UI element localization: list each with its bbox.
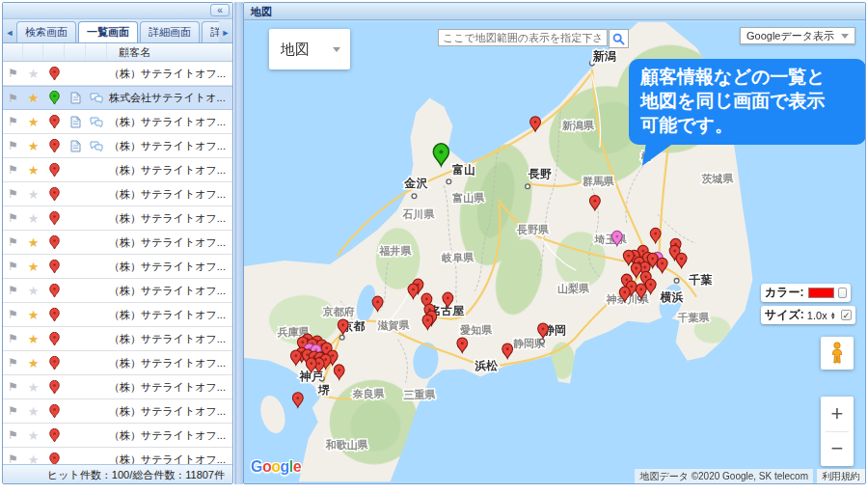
- google-data-dropdown[interactable]: Googleデータ表示: [740, 27, 855, 44]
- customer-row-1[interactable]: ⚑★ （株）サテライトオフ...: [3, 62, 232, 86]
- star-icon[interactable]: ★: [28, 356, 40, 370]
- map-search-input[interactable]: [438, 29, 608, 46]
- flag-icon[interactable]: ⚑: [8, 139, 18, 152]
- star-icon[interactable]: ★: [28, 453, 40, 464]
- star-icon[interactable]: ★: [28, 380, 40, 395]
- star-icon[interactable]: ★: [28, 235, 40, 250]
- callout-line: 地図を同じ画面で表示: [640, 89, 854, 113]
- customer-row-8[interactable]: ⚑★ （株）サテライトオフ...: [3, 231, 232, 255]
- star-icon[interactable]: ★: [28, 139, 40, 153]
- collapse-panel-button[interactable]: «: [210, 4, 230, 16]
- flag-icon[interactable]: ⚑: [8, 308, 18, 321]
- prefecture-label: 福井県: [379, 245, 413, 257]
- row-pin-icon: [49, 235, 60, 250]
- zoom-out-button[interactable]: −: [821, 432, 854, 467]
- customer-name: （株）サテライトオフ...: [107, 380, 226, 395]
- star-icon[interactable]: ★: [28, 308, 40, 322]
- callout-line: 顧客情報などの一覧と: [640, 65, 854, 89]
- flag-icon[interactable]: ⚑: [8, 92, 18, 105]
- star-icon[interactable]: ★: [28, 91, 40, 105]
- tab-2[interactable]: 一覧画面: [78, 21, 138, 42]
- star-icon[interactable]: ★: [28, 187, 40, 202]
- star-icon[interactable]: ★: [28, 115, 40, 129]
- customer-row-12[interactable]: ⚑★ （株）サテライトオフ...: [3, 327, 232, 351]
- flag-icon[interactable]: ⚑: [8, 453, 18, 464]
- prefecture-label: 千葉県: [677, 312, 711, 323]
- customer-row-10[interactable]: ⚑★ （株）サテライトオフ...: [3, 279, 232, 303]
- customer-row-9[interactable]: ⚑★ （株）サテライトオフ...: [3, 255, 232, 279]
- customer-row-17[interactable]: ⚑★ （株）サテライトオフ...: [3, 448, 232, 464]
- prefecture-label: 富山県: [452, 192, 485, 204]
- callout-bubble: 顧客情報などの一覧と地図を同じ画面で表示可能です。: [629, 59, 866, 145]
- map-type-dropdown[interactable]: 地図: [269, 29, 350, 69]
- flag-icon[interactable]: ⚑: [8, 115, 18, 128]
- attribution-text: 地図データ ©2020 Google, SK telecom: [635, 469, 813, 484]
- flag-icon[interactable]: ⚑: [8, 356, 18, 370]
- customer-row-15[interactable]: ⚑★ （株）サテライトオフ...: [3, 399, 232, 424]
- flag-icon[interactable]: ⚑: [8, 163, 18, 177]
- prefecture-label: 新潟県: [561, 120, 595, 131]
- star-icon[interactable]: ★: [28, 428, 40, 443]
- customer-row-3[interactable]: ⚑★ （株）サテライトオフ...: [3, 110, 232, 134]
- flag-icon[interactable]: ⚑: [8, 428, 18, 442]
- prefecture-label: 群馬県: [582, 176, 615, 187]
- size-checkbox[interactable]: ✓: [841, 310, 852, 320]
- customer-list-panel: « ◄ 検索画面一覧画面詳細画面詳 ► 顧客名 ⚑★ （株）サテライトオフ...…: [2, 2, 233, 484]
- doc-column-header: [65, 43, 86, 61]
- flag-icon[interactable]: ⚑: [8, 404, 18, 418]
- customer-name: （株）サテライトオフ...: [107, 187, 226, 202]
- customer-row-7[interactable]: ⚑★ （株）サテライトオフ...: [3, 206, 232, 231]
- customer-name: （株）サテライトオフ...: [107, 163, 226, 178]
- tab-1[interactable]: 検索画面: [16, 21, 76, 42]
- map-canvas[interactable]: 新潟県群馬県茨城県栃埼玉県千葉県神奈川県山梨県長野県富山県石川県福井県岐阜県愛知…: [244, 20, 865, 483]
- flag-icon[interactable]: ⚑: [8, 260, 18, 273]
- customer-row-6[interactable]: ⚑★ （株）サテライトオフ...: [3, 182, 232, 206]
- panel-topbar: «: [3, 3, 232, 19]
- customer-name: （株）サテライトオフ...: [107, 356, 226, 370]
- flag-icon[interactable]: ⚑: [8, 380, 18, 394]
- google-data-label: Googleデータ表示: [746, 29, 834, 43]
- color-swatch[interactable]: [808, 288, 834, 298]
- flag-icon[interactable]: ⚑: [8, 284, 18, 297]
- customer-row-14[interactable]: ⚑★ （株）サテライトオフ...: [3, 375, 232, 399]
- flag-icon[interactable]: ⚑: [8, 235, 18, 249]
- tab-scroll-right-button[interactable]: ►: [219, 23, 232, 42]
- chevron-down-icon: [333, 47, 340, 52]
- terms-link[interactable]: 利用規約: [817, 469, 865, 484]
- pegman-button[interactable]: [821, 337, 854, 370]
- zoom-in-button[interactable]: +: [821, 397, 854, 431]
- city-label: 堺: [317, 383, 331, 397]
- row-pin-icon: [49, 428, 60, 443]
- customer-row-11[interactable]: ⚑★ （株）サテライトオフ...: [3, 303, 232, 327]
- row-pin-icon: [49, 67, 60, 81]
- star-icon[interactable]: ★: [28, 211, 40, 226]
- flag-icon[interactable]: ⚑: [8, 332, 18, 345]
- zoom-control: + −: [821, 397, 854, 466]
- row-pin-icon: [49, 332, 60, 346]
- map-search: [438, 29, 629, 48]
- tab-scroll-left-button[interactable]: ◄: [3, 23, 16, 42]
- flag-icon[interactable]: ⚑: [8, 187, 18, 201]
- star-icon[interactable]: ★: [28, 332, 40, 346]
- city-dot: [540, 339, 545, 343]
- flag-icon[interactable]: ⚑: [8, 211, 18, 225]
- star-icon[interactable]: ★: [28, 163, 40, 178]
- city-label: 浜松: [474, 359, 499, 372]
- star-icon[interactable]: ★: [28, 260, 40, 274]
- star-icon[interactable]: ★: [28, 67, 40, 81]
- tab-3[interactable]: 詳細画面: [140, 21, 200, 42]
- customer-row-16[interactable]: ⚑★ （株）サテライトオフ...: [3, 424, 232, 448]
- tab-4[interactable]: 詳: [202, 21, 219, 42]
- status-bar: ヒット件数：100/総合件数：11807件: [3, 464, 232, 483]
- map-search-button[interactable]: [609, 29, 629, 48]
- customer-row-13[interactable]: ⚑★ （株）サテライトオフ...: [3, 351, 232, 375]
- customer-row-4[interactable]: ⚑★ （株）サテライトオフ...: [3, 134, 232, 158]
- color-checkbox[interactable]: [838, 288, 847, 298]
- star-icon[interactable]: ★: [28, 404, 40, 419]
- panel-divider[interactable]: [234, 2, 243, 484]
- star-icon[interactable]: ★: [28, 284, 40, 298]
- customer-row-5[interactable]: ⚑★ （株）サテライトオフ...: [3, 158, 232, 182]
- size-stepper[interactable]: ▲▼: [830, 312, 836, 319]
- flag-icon[interactable]: ⚑: [8, 67, 18, 80]
- customer-row-2[interactable]: ⚑★ 株式会社サテライトオ...: [3, 86, 232, 110]
